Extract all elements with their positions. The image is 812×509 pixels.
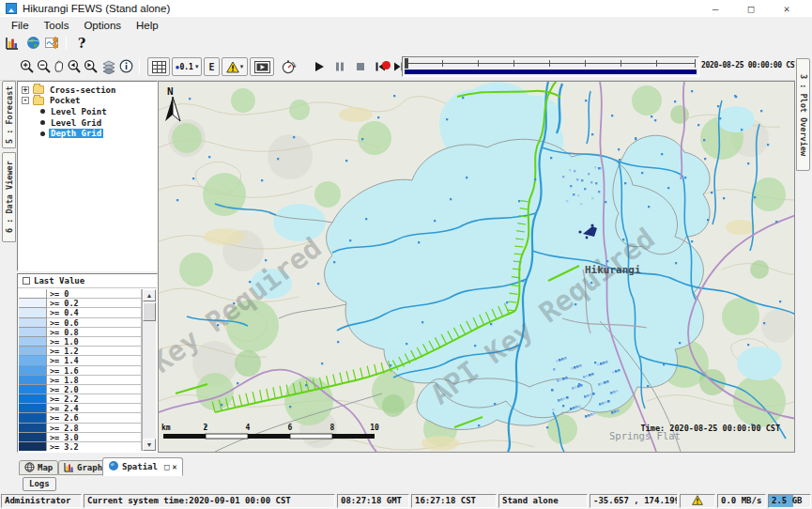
bar-chart-icon [64, 462, 74, 474]
timeseries-import-icon[interactable] [44, 35, 61, 51]
animation-movie-button[interactable] [250, 57, 274, 76]
help-button[interactable]: ? [74, 35, 89, 51]
legend-color-swatch [19, 376, 47, 385]
timeline-slider[interactable] [402, 56, 699, 77]
zoom-next-icon[interactable] [83, 58, 99, 74]
legend-color-swatch [19, 337, 47, 347]
legend-scrollbar[interactable]: ▲ ▼ [142, 289, 156, 451]
legend-label: >= 0.6 [47, 318, 142, 328]
expand-icon[interactable]: + [22, 86, 29, 94]
status-warning[interactable] [680, 494, 715, 508]
logs-row: Logs [0, 477, 812, 492]
interval-dropdown[interactable]: ●0.1▾ [172, 57, 202, 76]
leaf-bullet-icon [40, 131, 45, 136]
tab-forecast[interactable]: 5 : Forecast [2, 81, 16, 148]
folder-icon [33, 85, 44, 94]
menu-file[interactable]: File [4, 19, 37, 32]
legend-label: >= 0 [47, 289, 142, 299]
map-canvas[interactable]: API Key Required API Key Required Hikura… [159, 82, 795, 452]
tab-restore-icon[interactable]: □ [164, 462, 169, 471]
tab-graph[interactable]: Graph [58, 460, 108, 475]
zoom-previous-icon[interactable] [66, 58, 82, 74]
app-window: Hikurangi FEWS (Stand alone) — □ ✕ File … [0, 0, 812, 509]
title-bar: Hikurangi FEWS (Stand alone) — □ ✕ [0, 0, 812, 17]
status-bar: Administrator Current system time:2020-0… [0, 492, 812, 509]
tree-item-cross-section[interactable]: + Cross-section [18, 85, 157, 96]
window-title: Hikurangi FEWS (Stand alone) [23, 3, 170, 14]
info-icon[interactable] [118, 58, 134, 74]
menu-options[interactable]: Options [76, 19, 129, 32]
bottom-tab-bar: Map Graph Spatial □ ✕ [0, 453, 812, 477]
svg-text:8: 8 [330, 424, 335, 432]
legend-row: >= 2.2 [19, 394, 142, 404]
logs-button[interactable]: Logs [23, 477, 56, 491]
timeline-tick [513, 60, 514, 67]
zoom-out-icon[interactable] [36, 58, 52, 74]
tab-plot-overview[interactable]: 3 : Plot Overview [796, 58, 810, 171]
pan-hand-icon[interactable] [52, 58, 66, 74]
legend-label: >= 0.4 [47, 308, 142, 317]
legend-color-swatch [19, 299, 47, 308]
elevation-button[interactable]: E [204, 57, 220, 76]
last-value-checkbox[interactable] [23, 277, 30, 285]
legend-label: >= 0.2 [47, 299, 142, 308]
record-button[interactable] [379, 58, 392, 72]
main-toolbar: ? [0, 33, 812, 53]
menu-help[interactable]: Help [129, 19, 166, 32]
tree-item-level-grid[interactable]: Level Grid [18, 117, 157, 129]
set-time-gauge-icon[interactable] [280, 58, 298, 75]
warning-icon [692, 495, 703, 508]
timeline-thumb[interactable] [405, 58, 408, 69]
legend-color-swatch [19, 385, 47, 394]
legend-color-swatch [19, 442, 47, 451]
svg-text:km: km [161, 424, 171, 432]
menu-tools[interactable]: Tools [37, 19, 77, 32]
tab-data-viewer[interactable]: 6 : Data Viewer [2, 152, 16, 242]
grid-display-button[interactable] [147, 57, 170, 76]
layers-icon[interactable] [100, 58, 116, 74]
status-transfer-rate: 0.0 MB/s [717, 494, 766, 508]
pause-button[interactable] [332, 59, 346, 73]
tab-close-icon[interactable]: ✕ [172, 462, 176, 471]
globe-icon[interactable] [25, 35, 41, 51]
right-tab-strip: 3 : Plot Overview [795, 53, 812, 453]
timeline-track [406, 63, 695, 64]
timeline-tick [549, 60, 550, 67]
legend-label: >= 2.2 [47, 394, 142, 404]
tree-item-pocket[interactable]: - Pocket [18, 96, 157, 107]
tab-map[interactable]: Map [19, 460, 58, 475]
left-tab-strip: 5 : Forecast 6 : Data Viewer [0, 81, 17, 453]
legend-color-swatch [19, 356, 47, 365]
app-icon [6, 3, 17, 14]
collapse-icon[interactable]: - [22, 97, 29, 104]
scroll-down-icon[interactable]: ▼ [143, 439, 156, 451]
zoom-in-icon[interactable] [19, 58, 35, 74]
interval-value: 0.1 [179, 63, 192, 71]
timeline-tick [442, 60, 443, 67]
legend-color-swatch [19, 347, 47, 356]
legend-title: Last Value [34, 276, 84, 285]
close-button[interactable]: ✕ [769, 0, 804, 17]
map-viewport[interactable]: API Key Required API Key Required Hikura… [158, 81, 795, 453]
legend-row: >= 1.8 [19, 376, 142, 385]
database-chart-icon[interactable] [4, 35, 20, 51]
legend-list: >= 0>= 0.2>= 0.4>= 0.6>= 0.8>= 1.0>= 1.2… [19, 289, 142, 451]
scroll-up-icon[interactable]: ▲ [143, 289, 156, 301]
status-gmt-time: 08:27:18 GMT [337, 494, 409, 508]
warning-dropdown[interactable]: ▾ [222, 57, 248, 76]
legend-row: >= 2.0 [19, 385, 142, 394]
legend-row: >= 0.8 [19, 328, 142, 337]
maximize-button[interactable]: □ [733, 0, 769, 17]
legend-row: >= 0.6 [19, 318, 142, 328]
legend-label: >= 1.4 [47, 356, 142, 365]
stop-button[interactable] [353, 59, 367, 73]
legend-label: >= 1.6 [47, 366, 142, 376]
timeline-tick [478, 60, 479, 67]
tree-item-depth-grid[interactable]: Depth Grid [18, 128, 157, 139]
tab-spatial[interactable]: Spatial □ ✕ [102, 457, 183, 476]
tree-item-level-point[interactable]: Level Point [18, 106, 157, 117]
minimize-button[interactable]: — [697, 0, 733, 17]
scroll-thumb[interactable] [143, 302, 156, 321]
play-button[interactable] [312, 59, 326, 73]
legend-row: >= 0.4 [19, 308, 142, 317]
